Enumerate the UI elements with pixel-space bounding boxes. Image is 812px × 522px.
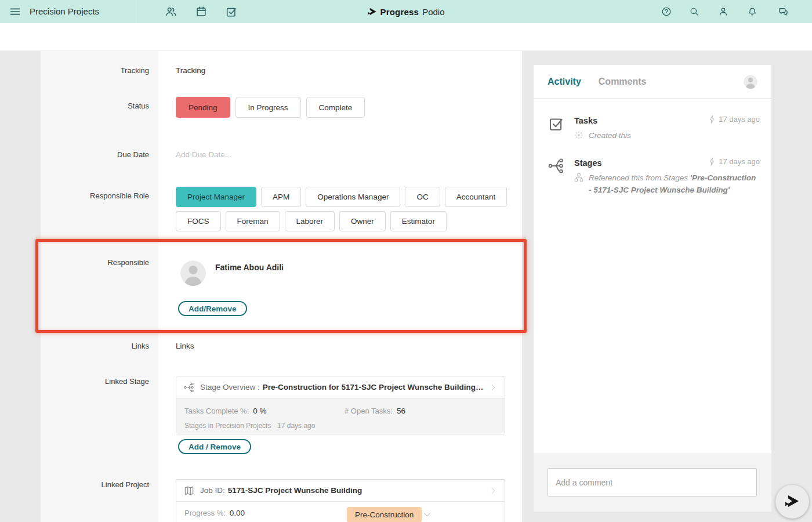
top-app-bar: Precision Projects ProgressPodio	[0, 0, 812, 23]
search-icon[interactable]	[689, 6, 699, 17]
activity-list: Tasks 17 days ago Created this	[534, 99, 771, 197]
progress-podio-logo: ProgressPodio	[367, 0, 444, 23]
role-option-estimator[interactable]: Estimator	[390, 211, 447, 231]
responsible-person-name[interactable]: Fatime Abou Adili	[215, 263, 284, 272]
activity-action: Referenced this from Stages 'Pre-Constru…	[574, 172, 760, 197]
help-icon[interactable]	[661, 6, 672, 17]
linked-stage-card-details: Tasks Complete %:0 % # Open Tasks:56 Sta…	[176, 398, 505, 434]
account-icon[interactable]	[718, 6, 728, 17]
linked-project-card: Job ID: 5171-SJC Project Wunsche Buildin…	[176, 479, 505, 522]
status-options: Pending In Progress Complete	[176, 97, 365, 118]
links-value: Links	[176, 342, 194, 350]
project-progress-label: Progress %:	[184, 509, 226, 517]
role-option-laborer[interactable]: Laborer	[285, 211, 335, 231]
role-option-foreman[interactable]: Foreman	[226, 211, 280, 231]
status-field-label: Status	[41, 102, 149, 110]
status-option-complete[interactable]: Complete	[306, 97, 365, 118]
item-toolbar	[0, 23, 812, 51]
responsible-add-remove-button[interactable]: Add/Remove	[178, 301, 247, 316]
tab-activity[interactable]: Activity	[548, 77, 581, 87]
progress-logo-mark	[367, 7, 377, 17]
project-title-prefix: Job ID:	[200, 486, 225, 495]
project-progress-value: 0.00	[230, 509, 245, 517]
lightning-icon	[709, 115, 715, 124]
project-title[interactable]: 5171-SJC Project Wunsche Building	[228, 486, 485, 495]
stage-title-prefix: Stage Overview :	[200, 383, 260, 392]
field-label-column	[41, 51, 158, 522]
tracking-field-label: Tracking	[41, 66, 149, 75]
calendar-icon[interactable]	[195, 5, 208, 18]
linked-stage-card: Stage Overview : Pre-Construction for 51…	[176, 376, 505, 434]
status-option-in-progress[interactable]: In Progress	[235, 97, 301, 118]
due-date-field-label: Due Date	[41, 150, 149, 159]
activity-action: Created this	[574, 130, 760, 142]
stage-stat-open-tasks: # Open Tasks:56	[345, 405, 405, 416]
notifications-icon[interactable]	[747, 6, 757, 17]
responsible-avatar[interactable]	[180, 260, 206, 286]
stages-sitemap-icon	[548, 157, 565, 175]
hamburger-menu-icon[interactable]	[9, 6, 21, 17]
responsible-role-options-row2: FOCS Foreman Laborer Owner Estimator	[176, 211, 447, 231]
activity-app-name[interactable]: Tasks	[574, 116, 597, 125]
activity-timestamp: 17 days ago	[709, 157, 760, 166]
chevron-right-icon[interactable]	[488, 486, 498, 495]
linked-project-field-label: Linked Project	[41, 480, 149, 489]
linked-stage-field-label: Linked Stage	[41, 377, 149, 386]
project-phase-chip[interactable]: Pre-Construction	[347, 507, 422, 522]
workspace-title[interactable]: Precision Projects	[30, 0, 99, 23]
tasks-icon[interactable]	[225, 5, 238, 18]
responsible-role-options-row1: Project Manager APM Operations Manager O…	[176, 187, 507, 207]
comment-footer	[534, 454, 771, 512]
linked-project-card-details: Progress %:0.00 Pre-Construction	[176, 501, 505, 522]
role-option-accountant[interactable]: Accountant	[445, 187, 507, 207]
chat-icon[interactable]	[777, 6, 789, 17]
activity-sidebar: Activity Comments Tasks 17 days ago	[534, 65, 771, 512]
stage-title[interactable]: Pre-Construction for 5171-SJC Project Wu…	[263, 383, 485, 392]
progress-logo-mark	[784, 494, 800, 510]
podio-floating-button[interactable]	[775, 485, 809, 519]
org-chart-icon	[574, 173, 583, 182]
comment-input[interactable]	[548, 468, 757, 496]
activity-item-tasks: Tasks 17 days ago Created this	[548, 115, 760, 142]
topbar-divider	[136, 0, 136, 23]
linked-stage-add-remove-button[interactable]: Add / Remove	[178, 439, 251, 454]
due-date-placeholder[interactable]: Add Due Date...	[176, 150, 231, 159]
project-map-icon	[183, 485, 195, 496]
responsible-field-label: Responsible	[41, 258, 149, 267]
links-field-label: Links	[41, 342, 149, 350]
status-option-pending[interactable]: Pending	[176, 97, 230, 118]
linked-stage-card-header[interactable]: Stage Overview : Pre-Construction for 51…	[176, 376, 505, 398]
activity-app-name[interactable]: Stages	[574, 158, 602, 168]
sidebar-user-avatar[interactable]	[744, 75, 757, 89]
role-option-focs[interactable]: FOCS	[176, 211, 221, 231]
contacts-icon[interactable]	[165, 5, 177, 18]
tab-comments[interactable]: Comments	[599, 77, 647, 87]
activity-item-stages: Stages 17 days ago Referenced this from …	[548, 157, 760, 197]
linked-project-card-header[interactable]: Job ID: 5171-SJC Project Wunsche Buildin…	[176, 480, 505, 501]
tracking-value: Tracking	[176, 66, 205, 75]
responsible-role-field-label: Responsible Role	[41, 191, 149, 200]
chevron-right-icon[interactable]	[488, 383, 498, 392]
stage-sitemap-icon	[183, 382, 195, 393]
role-option-oc[interactable]: OC	[405, 187, 440, 207]
role-option-apm[interactable]: APM	[261, 187, 301, 207]
stage-stat-complete: Tasks Complete %:0 %	[184, 405, 496, 416]
tasks-check-icon	[548, 115, 565, 132]
activity-timestamp: 17 days ago	[709, 115, 760, 124]
lightning-icon	[709, 157, 715, 166]
chevron-down-icon[interactable]	[422, 510, 432, 520]
role-option-operations-manager[interactable]: Operations Manager	[306, 187, 400, 207]
role-option-project-manager[interactable]: Project Manager	[176, 187, 256, 207]
sparkle-icon	[574, 130, 583, 140]
stage-meta: Stages in Precision Projects · 17 days a…	[184, 422, 496, 430]
role-option-owner[interactable]: Owner	[339, 211, 386, 231]
sidebar-tabs: Activity Comments	[534, 65, 771, 99]
